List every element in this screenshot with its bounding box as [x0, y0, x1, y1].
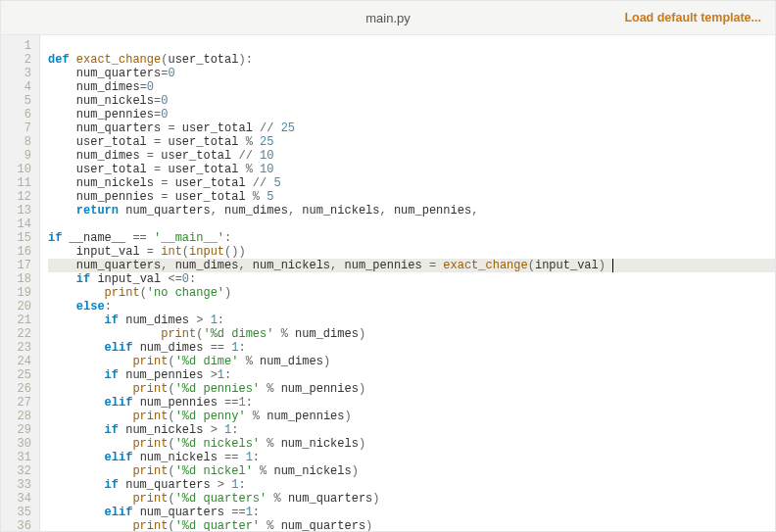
line-number: 22 [1, 327, 39, 341]
code-line[interactable]: user_total = user_total % 10 [48, 163, 775, 176]
text-cursor [612, 259, 613, 272]
load-template-link[interactable]: Load default template... [624, 11, 761, 24]
line-number: 30 [1, 437, 39, 451]
line-number: 12 [1, 190, 39, 204]
code-line[interactable] [48, 218, 775, 231]
code-line[interactable]: num_pennies = user_total % 5 [48, 190, 775, 204]
code-line[interactable]: num_nickels=0 [48, 94, 775, 108]
code-line-current[interactable]: num_quarters, num_dimes, num_nickels, nu… [48, 259, 775, 272]
code-line[interactable]: num_nickels = user_total // 5 [48, 176, 775, 190]
line-number: 11 [1, 176, 39, 190]
line-number: 27 [1, 396, 39, 410]
line-number: 6 [1, 108, 39, 121]
code-line[interactable]: print('%d nickel' % num_nickels) [48, 464, 775, 478]
line-number: 8 [1, 135, 39, 149]
line-number: 26 [1, 382, 39, 396]
code-line[interactable]: if num_dimes > 1: [48, 314, 775, 327]
line-number: 15 [1, 231, 39, 245]
code-line[interactable]: num_dimes=0 [48, 80, 775, 94]
code-line[interactable]: return num_quarters, num_dimes, num_nick… [48, 204, 775, 218]
line-number: 7 [1, 121, 39, 135]
line-number: 23 [1, 341, 39, 355]
line-number: 14 [1, 218, 39, 231]
line-number: 31 [1, 451, 39, 464]
line-number: 32 [1, 464, 39, 478]
line-number: 25 [1, 368, 39, 382]
code-line[interactable]: user_total = user_total % 25 [48, 135, 775, 149]
line-number: 2 [1, 53, 39, 67]
code-line[interactable]: print('%d nickels' % num_nickels) [48, 437, 775, 451]
code-line[interactable]: elif num_nickels == 1: [48, 451, 775, 464]
code-line[interactable]: def exact_change(user_total): [48, 53, 775, 67]
code-line[interactable]: if num_nickels > 1: [48, 423, 775, 437]
code-line[interactable]: print('no change') [48, 286, 775, 300]
line-number: 3 [1, 67, 39, 80]
editor-body: 1234567891011121314151617181920212223242… [1, 35, 775, 531]
line-number: 35 [1, 506, 39, 519]
editor-header: main.py Load default template... [1, 1, 775, 35]
code-editor-shell: main.py Load default template... 1234567… [0, 0, 776, 532]
code-line[interactable]: print('%d penny' % num_pennies) [48, 410, 775, 423]
code-line[interactable]: elif num_quarters ==1: [48, 506, 775, 519]
line-number: 1 [1, 39, 39, 53]
line-number: 19 [1, 286, 39, 300]
line-number-gutter: 1234567891011121314151617181920212223242… [1, 35, 40, 531]
code-line[interactable]: print('%d dime' % num_dimes) [48, 355, 775, 368]
code-line[interactable]: print('%d pennies' % num_pennies) [48, 382, 775, 396]
line-number: 33 [1, 478, 39, 492]
code-line[interactable]: if num_quarters > 1: [48, 478, 775, 492]
line-number: 20 [1, 300, 39, 314]
code-line[interactable]: print('%d quarter' % num_quarters) [48, 519, 775, 531]
code-line[interactable]: elif num_dimes == 1: [48, 341, 775, 355]
line-number: 21 [1, 314, 39, 327]
code-line[interactable]: if input_val <=0: [48, 272, 775, 286]
code-line[interactable]: num_pennies=0 [48, 108, 775, 121]
line-number: 13 [1, 204, 39, 218]
line-number: 18 [1, 272, 39, 286]
code-content[interactable]: def exact_change(user_total): num_quarte… [40, 35, 775, 531]
code-line[interactable]: num_quarters = user_total // 25 [48, 121, 775, 135]
code-line[interactable]: elif num_pennies ==1: [48, 396, 775, 410]
code-line[interactable]: num_dimes = user_total // 10 [48, 149, 775, 163]
line-number: 5 [1, 94, 39, 108]
line-number: 10 [1, 163, 39, 176]
code-line[interactable]: else: [48, 300, 775, 314]
line-number: 36 [1, 519, 39, 531]
code-line[interactable]: num_quarters=0 [48, 67, 775, 80]
line-number: 29 [1, 423, 39, 437]
line-number: 9 [1, 149, 39, 163]
code-line[interactable]: print('%d dimes' % num_dimes) [48, 327, 775, 341]
code-line[interactable] [48, 39, 775, 53]
line-number: 17 [1, 259, 39, 272]
line-number: 4 [1, 80, 39, 94]
code-line[interactable]: if __name__ == '__main__': [48, 231, 775, 245]
line-number: 34 [1, 492, 39, 506]
code-scroll-area[interactable]: def exact_change(user_total): num_quarte… [40, 35, 775, 531]
code-line[interactable]: input_val = int(input()) [48, 245, 775, 259]
code-line[interactable]: print('%d quarters' % num_quarters) [48, 492, 775, 506]
line-number: 16 [1, 245, 39, 259]
line-number: 28 [1, 410, 39, 423]
code-line[interactable]: if num_pennies >1: [48, 368, 775, 382]
line-number: 24 [1, 355, 39, 368]
